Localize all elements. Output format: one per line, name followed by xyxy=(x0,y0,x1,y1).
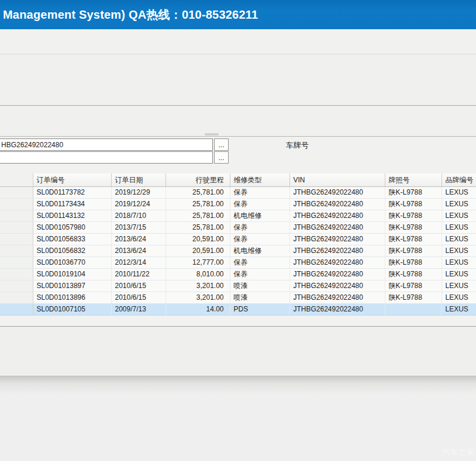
cell-mileage[interactable]: 12,777.00 xyxy=(165,257,230,269)
cell-repair-type[interactable]: 保养 xyxy=(230,257,289,269)
cell-order-no[interactable]: SL0D01019104 xyxy=(33,269,111,280)
cell-repair-type[interactable]: PDS xyxy=(230,304,289,316)
cell-brand-code[interactable]: LEXUS xyxy=(441,304,476,316)
cell-order-date[interactable]: 2013/7/15 xyxy=(111,222,165,234)
table-row[interactable]: SL0D010071052009/7/1314.00PDSJTHBG262492… xyxy=(0,304,476,316)
cell-repair-type[interactable]: 机电维修 xyxy=(230,210,289,222)
cell-order-no[interactable]: SL0D01173434 xyxy=(33,199,111,210)
cell-repair-type[interactable]: 保养 xyxy=(230,199,289,210)
row-indicator-cell[interactable] xyxy=(0,222,33,234)
cell-vin[interactable]: JTHBG262492022480 xyxy=(289,199,385,210)
cell-plate-no[interactable]: 陕K-L9788 xyxy=(385,257,441,269)
cell-brand-code[interactable]: LEXUS xyxy=(441,269,476,280)
table-row[interactable]: SL0D011431322018/7/1025,781.00机电维修JTHBG2… xyxy=(0,210,476,222)
table-row[interactable]: SL0D010138962010/6/153,201.00喷漆JTHBG2624… xyxy=(0,292,476,304)
header-order-date[interactable]: 订单日期 xyxy=(111,174,165,187)
header-vin[interactable]: VIN xyxy=(289,174,385,187)
cell-plate-no[interactable]: 陕K-L9788 xyxy=(385,269,441,280)
cell-vin[interactable]: JTHBG262492022480 xyxy=(289,210,385,222)
cell-repair-type[interactable]: 喷漆 xyxy=(230,280,289,292)
cell-repair-type[interactable]: 保养 xyxy=(230,222,289,234)
header-mileage[interactable]: 行驶里程 xyxy=(165,174,230,187)
vin-browse-button[interactable]: ... xyxy=(214,138,229,151)
cell-vin[interactable]: JTHBG262492022480 xyxy=(289,269,385,280)
header-plate-no[interactable]: 牌照号 xyxy=(385,174,441,187)
cell-order-no[interactable]: SL0D01013897 xyxy=(33,280,111,292)
cell-mileage[interactable]: 3,201.00 xyxy=(165,292,230,304)
cell-repair-type[interactable]: 机电维修 xyxy=(230,245,289,257)
row-indicator-cell[interactable] xyxy=(0,304,33,316)
cell-mileage[interactable]: 25,781.00 xyxy=(165,199,230,210)
row-indicator-cell[interactable] xyxy=(0,199,33,210)
cell-brand-code[interactable]: LEXUS xyxy=(441,199,476,210)
cell-order-no[interactable]: SL0D01013896 xyxy=(33,292,111,304)
splitter-grip[interactable] xyxy=(205,133,219,136)
table-row[interactable]: SL0D010568332013/6/2420,591.00保养JTHBG262… xyxy=(0,234,476,245)
cell-brand-code[interactable]: LEXUS xyxy=(441,292,476,304)
plate-input[interactable] xyxy=(0,151,213,164)
table-row[interactable]: SL0D011737822019/12/2925,781.00保养JTHBG26… xyxy=(0,187,476,199)
cell-plate-no[interactable]: 陕K-L9788 xyxy=(385,222,441,234)
cell-plate-no[interactable]: 陕K-L9788 xyxy=(385,187,441,199)
cell-vin[interactable]: JTHBG262492022480 xyxy=(289,222,385,234)
cell-mileage[interactable]: 25,781.00 xyxy=(165,222,230,234)
row-indicator-cell[interactable] xyxy=(0,257,33,269)
cell-plate-no[interactable]: 陕K-L9788 xyxy=(385,199,441,210)
cell-brand-code[interactable]: LEXUS xyxy=(441,210,476,222)
table-row[interactable]: SL0D010579802013/7/1525,781.00保养JTHBG262… xyxy=(0,222,476,234)
cell-order-no[interactable]: SL0D01056833 xyxy=(33,234,111,245)
cell-mileage[interactable]: 3,201.00 xyxy=(165,280,230,292)
cell-mileage[interactable]: 20,591.00 xyxy=(165,245,230,257)
cell-plate-no[interactable] xyxy=(385,304,441,316)
cell-vin[interactable]: JTHBG262492022480 xyxy=(289,257,385,269)
header-brand-code[interactable]: 品牌编号 xyxy=(441,174,476,187)
row-indicator-cell[interactable] xyxy=(0,245,33,257)
cell-brand-code[interactable]: LEXUS xyxy=(441,222,476,234)
header-order-no[interactable]: 订单编号 xyxy=(33,174,111,187)
table-row[interactable]: SL0D010568322013/6/2420,591.00机电维修JTHBG2… xyxy=(0,245,476,257)
cell-brand-code[interactable]: LEXUS xyxy=(441,245,476,257)
table-row[interactable]: SL0D010191042010/11/228,010.00保养JTHBG262… xyxy=(0,269,476,280)
header-repair-type[interactable]: 维修类型 xyxy=(230,174,289,187)
row-indicator-cell[interactable] xyxy=(0,280,33,292)
cell-order-no[interactable]: SL0D01143132 xyxy=(33,210,111,222)
cell-order-no[interactable]: SL0D01007105 xyxy=(33,304,111,316)
table-row[interactable]: SL0D010138972010/6/153,201.00喷漆JTHBG2624… xyxy=(0,280,476,292)
cell-order-date[interactable]: 2012/3/14 xyxy=(111,257,165,269)
cell-order-date[interactable]: 2019/12/24 xyxy=(111,199,165,210)
cell-mileage[interactable]: 8,010.00 xyxy=(165,269,230,280)
row-indicator-cell[interactable] xyxy=(0,210,33,222)
cell-plate-no[interactable]: 陕K-L9788 xyxy=(385,210,441,222)
cell-order-date[interactable]: 2010/6/15 xyxy=(111,292,165,304)
cell-order-no[interactable]: SL0D01057980 xyxy=(33,222,111,234)
cell-mileage[interactable]: 14.00 xyxy=(165,304,230,316)
row-indicator-cell[interactable] xyxy=(0,234,33,245)
row-indicator-cell[interactable] xyxy=(0,269,33,280)
cell-order-date[interactable]: 2013/6/24 xyxy=(111,245,165,257)
cell-brand-code[interactable]: LEXUS xyxy=(441,257,476,269)
cell-order-no[interactable]: SL0D01036770 xyxy=(33,257,111,269)
cell-repair-type[interactable]: 保养 xyxy=(230,234,289,245)
cell-repair-type[interactable]: 保养 xyxy=(230,269,289,280)
cell-plate-no[interactable]: 陕K-L9788 xyxy=(385,292,441,304)
row-indicator-cell[interactable] xyxy=(0,187,33,199)
cell-repair-type[interactable]: 保养 xyxy=(230,187,289,199)
cell-vin[interactable]: JTHBG262492022480 xyxy=(289,292,385,304)
cell-mileage[interactable]: 25,781.00 xyxy=(165,187,230,199)
cell-mileage[interactable]: 25,781.00 xyxy=(165,210,230,222)
cell-plate-no[interactable]: 陕K-L9788 xyxy=(385,280,441,292)
cell-vin[interactable]: JTHBG262492022480 xyxy=(289,245,385,257)
cell-order-date[interactable]: 2010/6/15 xyxy=(111,280,165,292)
cell-order-date[interactable]: 2018/7/10 xyxy=(111,210,165,222)
cell-order-no[interactable]: SL0D01173782 xyxy=(33,187,111,199)
cell-plate-no[interactable]: 陕K-L9788 xyxy=(385,245,441,257)
plate-browse-button[interactable]: ... xyxy=(214,151,229,164)
vin-input[interactable] xyxy=(0,138,213,151)
table-row[interactable]: SL0D010367702012/3/1412,777.00保养JTHBG262… xyxy=(0,257,476,269)
cell-brand-code[interactable]: LEXUS xyxy=(441,187,476,199)
cell-order-no[interactable]: SL0D01056832 xyxy=(33,245,111,257)
table-row[interactable]: SL0D011734342019/12/2425,781.00保养JTHBG26… xyxy=(0,199,476,210)
cell-brand-code[interactable]: LEXUS xyxy=(441,234,476,245)
cell-mileage[interactable]: 20,591.00 xyxy=(165,234,230,245)
cell-plate-no[interactable]: 陕K-L9788 xyxy=(385,234,441,245)
